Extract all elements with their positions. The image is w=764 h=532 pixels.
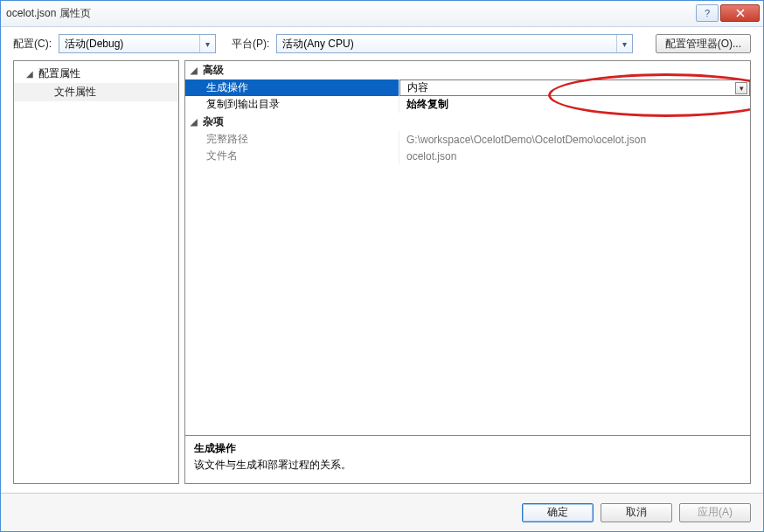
caret-down-icon: ◢ bbox=[26, 69, 35, 79]
prop-row-file-name[interactable]: 文件名 ocelot.json bbox=[185, 148, 750, 164]
category-misc[interactable]: ◢ 杂项 bbox=[185, 113, 750, 131]
prop-row-full-path[interactable]: 完整路径 G:\workspace\OcelotDemo\OcelotDemo\… bbox=[185, 131, 750, 148]
config-label: 配置(C): bbox=[13, 37, 52, 52]
tree-item-file-properties[interactable]: 文件属性 bbox=[14, 83, 178, 101]
chevron-down-icon[interactable] bbox=[735, 82, 747, 94]
help-button[interactable]: ? bbox=[696, 4, 719, 22]
config-value: 活动(Debug) bbox=[65, 37, 123, 52]
description-text: 该文件与生成和部署过程的关系。 bbox=[194, 458, 741, 473]
prop-value[interactable]: 始终复制 bbox=[399, 96, 750, 113]
prop-value: ocelot.json bbox=[399, 148, 750, 164]
prop-name: 生成操作 bbox=[185, 79, 399, 96]
caret-down-icon: ◢ bbox=[191, 66, 203, 75]
chevron-down-icon bbox=[199, 35, 215, 52]
prop-value[interactable]: 内容 bbox=[399, 79, 750, 96]
ok-button[interactable]: 确定 bbox=[522, 503, 594, 522]
footer: 确定 取消 应用(A) bbox=[1, 493, 763, 531]
close-button[interactable] bbox=[720, 4, 760, 22]
category-advanced[interactable]: ◢ 高级 bbox=[185, 61, 750, 79]
prop-value: G:\workspace\OcelotDemo\OcelotDemo\ocelo… bbox=[399, 131, 750, 148]
right-column: ◢ 高级 生成操作 内容 复制到输出目录 始终复制 bbox=[184, 60, 751, 484]
window-title: ocelot.json 属性页 bbox=[6, 6, 91, 21]
apply-button[interactable]: 应用(A) bbox=[679, 503, 751, 522]
prop-row-build-action[interactable]: 生成操作 内容 bbox=[185, 79, 750, 96]
toolbar: 配置(C): 活动(Debug) 平台(P): 活动(Any CPU) 配置管理… bbox=[1, 27, 763, 60]
chevron-down-icon bbox=[616, 35, 632, 52]
prop-name: 复制到输出目录 bbox=[185, 96, 399, 113]
config-tree[interactable]: ◢ 配置属性 文件属性 bbox=[13, 60, 179, 484]
platform-combo[interactable]: 活动(Any CPU) bbox=[276, 34, 633, 53]
caret-down-icon: ◢ bbox=[191, 117, 203, 127]
description-title: 生成操作 bbox=[194, 441, 741, 456]
config-combo[interactable]: 活动(Debug) bbox=[59, 34, 216, 53]
platform-label: 平台(P): bbox=[232, 37, 269, 52]
body: ◢ 配置属性 文件属性 ◢ 高级 生成操作 内容 bbox=[1, 60, 763, 493]
prop-row-copy-to-output[interactable]: 复制到输出目录 始终复制 bbox=[185, 96, 750, 113]
description-pane: 生成操作 该文件与生成和部署过程的关系。 bbox=[184, 436, 751, 484]
property-grid[interactable]: ◢ 高级 生成操作 内容 复制到输出目录 始终复制 bbox=[184, 60, 751, 436]
prop-name: 完整路径 bbox=[185, 131, 399, 148]
config-manager-button[interactable]: 配置管理器(O)... bbox=[656, 34, 751, 53]
platform-value: 活动(Any CPU) bbox=[282, 37, 353, 52]
titlebar: ocelot.json 属性页 ? bbox=[1, 1, 763, 27]
window-controls: ? bbox=[696, 4, 760, 22]
tree-root-config-properties[interactable]: ◢ 配置属性 bbox=[14, 65, 178, 83]
prop-name: 文件名 bbox=[185, 148, 399, 164]
property-pages-dialog: ocelot.json 属性页 ? 配置(C): 活动(Debug) 平台(P)… bbox=[0, 0, 764, 532]
close-icon bbox=[736, 9, 745, 17]
cancel-button[interactable]: 取消 bbox=[601, 503, 672, 522]
